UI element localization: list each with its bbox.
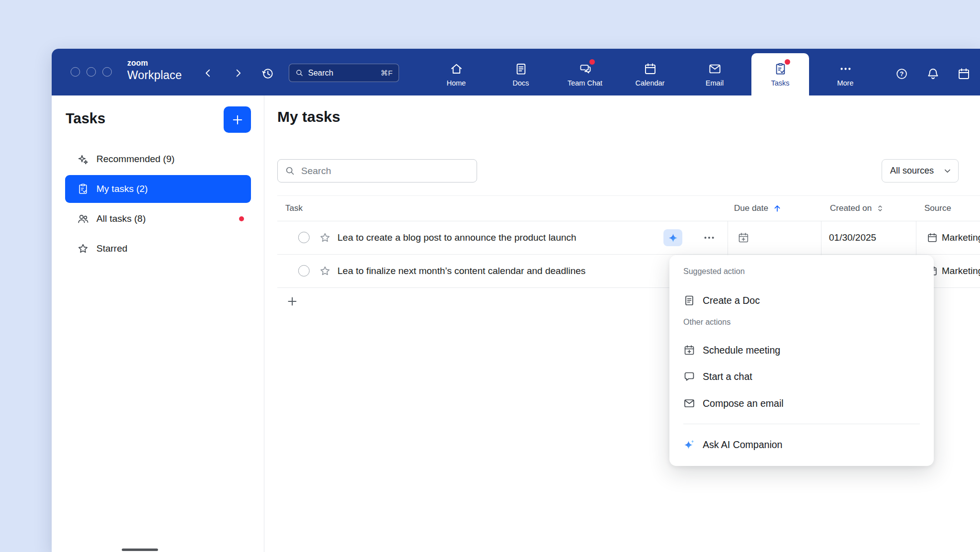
sort-ascending-icon[interactable] (772, 203, 782, 213)
star-button[interactable] (319, 232, 331, 244)
search-icon (295, 69, 304, 77)
column-divider (728, 221, 728, 254)
doc-icon (683, 294, 695, 306)
forward-button[interactable] (231, 66, 245, 81)
chat-bubble-icon (683, 370, 695, 382)
search-icon (285, 166, 295, 176)
nav-item-home[interactable]: Home (427, 53, 485, 95)
source-value: Marketing (942, 232, 980, 243)
calendar-button[interactable] (956, 66, 971, 81)
chevron-left-icon (203, 68, 214, 79)
source-cell: Marketing (927, 266, 980, 276)
add-due-date-button[interactable] (737, 232, 749, 244)
source-value: Marketing (942, 266, 980, 276)
people-icon (77, 213, 89, 225)
global-search-placeholder: Search (308, 69, 333, 78)
ellipsis-icon (703, 231, 716, 244)
main-content: My tasks All sources Task Due date Creat… (265, 95, 980, 552)
source-cell: Marketing (927, 232, 980, 243)
sidebar-item-my-tasks[interactable]: My tasks (2) (65, 175, 251, 203)
app-window: zoom Workplace Search ⌘F Home Docs (52, 49, 980, 552)
plus-icon (286, 295, 298, 307)
task-complete-checkbox[interactable] (298, 232, 310, 243)
notification-dot (589, 59, 595, 65)
nav-item-team-chat[interactable]: Team Chat (556, 53, 614, 95)
docs-icon (514, 62, 528, 76)
calendar-plus-icon (683, 344, 695, 356)
window-control-1[interactable] (71, 67, 80, 77)
menu-item-compose-email[interactable]: Compose an email (676, 391, 927, 416)
calendar-icon (644, 62, 657, 76)
sort-icon[interactable] (876, 204, 885, 213)
task-title: Lea to finalize next month’s content cal… (337, 266, 585, 276)
nav-item-calendar[interactable]: Calendar (621, 53, 679, 95)
star-button[interactable] (319, 265, 331, 277)
column-created-on[interactable]: Created on (830, 196, 885, 221)
star-icon (319, 265, 331, 277)
menu-item-start-chat[interactable]: Start a chat (676, 364, 927, 389)
nav-item-tasks[interactable]: Tasks (751, 53, 809, 95)
notification-dot (239, 216, 244, 221)
brand-workplace: Workplace (127, 70, 182, 81)
sources-dropdown[interactable]: All sources (882, 159, 959, 183)
sidebar-item-recommended[interactable]: Recommended (9) (65, 145, 251, 173)
add-task-button[interactable] (224, 106, 251, 133)
global-search[interactable]: Search ⌘F (289, 64, 399, 82)
tasks-sidebar: Tasks Recommended (9) My tasks (2) All t… (52, 95, 264, 552)
team-chat-icon (578, 62, 592, 76)
table-header: Task Due date Created on Source (277, 195, 980, 221)
chevron-right-icon (233, 68, 244, 79)
ai-action-menu: Suggested action Create a Doc Other acti… (669, 255, 934, 466)
task-complete-checkbox[interactable] (298, 265, 310, 276)
help-button[interactable] (894, 66, 909, 81)
task-search-input[interactable] (300, 165, 470, 177)
calendar-plus-icon (737, 232, 749, 244)
calendar-icon (957, 67, 971, 81)
task-search[interactable] (277, 159, 477, 183)
column-due-date[interactable]: Due date (734, 196, 782, 221)
menu-section-header: Suggested action (683, 267, 745, 276)
add-task-row-button[interactable] (284, 294, 300, 310)
window-control-2[interactable] (86, 67, 96, 77)
task-row[interactable]: Lea to create a blog post to announce th… (277, 221, 980, 255)
task-list-check-icon (77, 183, 89, 195)
envelope-icon (683, 397, 695, 409)
window-control-3[interactable] (102, 67, 112, 77)
sparkles-icon (77, 153, 89, 165)
page-title: My tasks (277, 108, 340, 125)
more-icon (839, 62, 852, 76)
nav-item-more[interactable]: More (817, 53, 874, 95)
menu-item-ask-ai-companion[interactable]: Ask AI Companion (676, 432, 927, 457)
ai-actions-button[interactable] (663, 229, 682, 246)
chevron-down-icon (943, 166, 952, 176)
scrollbar-thumb[interactable] (122, 549, 158, 551)
tasks-icon (774, 62, 787, 76)
calendar-icon (927, 232, 938, 243)
menu-section-header: Other actions (683, 318, 731, 327)
ai-sparkle-icon (668, 233, 678, 243)
history-button[interactable] (259, 65, 275, 81)
sidebar-item-all-tasks[interactable]: All tasks (8) (65, 205, 251, 233)
home-icon (450, 62, 463, 76)
plus-icon (231, 113, 244, 126)
search-shortcut: ⌘F (381, 69, 393, 78)
column-divider (916, 221, 916, 254)
help-icon (895, 67, 908, 81)
sidebar-item-starred[interactable]: Starred (65, 235, 251, 263)
ai-companion-icon (683, 439, 695, 451)
more-actions-button[interactable] (703, 231, 716, 244)
notification-dot (785, 59, 790, 65)
notifications-button[interactable] (925, 66, 940, 81)
menu-divider (683, 424, 920, 424)
created-on-value: 01/30/2025 (829, 232, 876, 243)
nav-item-docs[interactable]: Docs (492, 53, 550, 95)
email-icon (708, 62, 722, 76)
menu-item-create-doc[interactable]: Create a Doc (676, 288, 927, 313)
menu-item-schedule-meeting[interactable]: Schedule meeting (676, 338, 927, 363)
column-task: Task (285, 196, 303, 221)
nav-item-email[interactable]: Email (686, 53, 743, 95)
brand-zoom: zoom (127, 59, 182, 67)
zoom-workplace-logo: zoom Workplace (127, 59, 182, 81)
star-icon (77, 243, 89, 255)
back-button[interactable] (201, 66, 216, 81)
